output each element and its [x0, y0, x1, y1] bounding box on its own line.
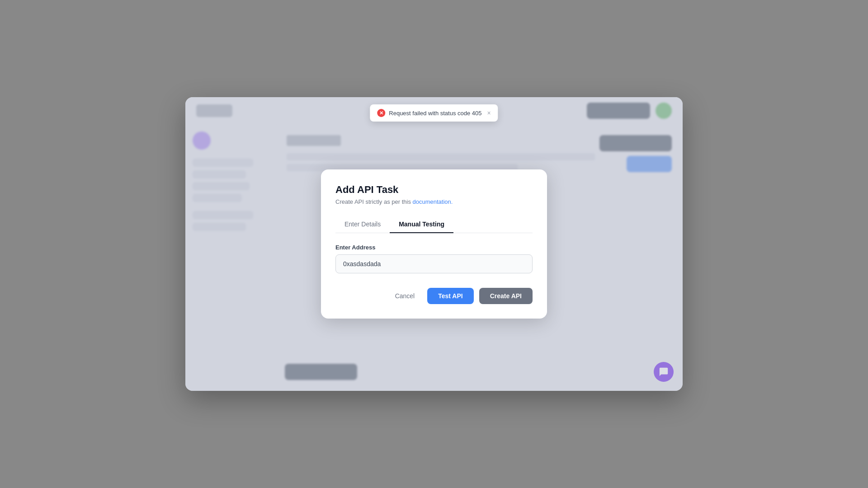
modal-subtitle-text: Create API strictly as per this	[335, 198, 413, 205]
modal-subtitle: Create API strictly as per this document…	[335, 198, 533, 205]
toast-close-button[interactable]: ×	[487, 110, 491, 116]
tab-enter-details[interactable]: Enter Details	[335, 216, 390, 233]
create-api-button[interactable]: Create API	[479, 288, 533, 304]
error-toast: ✕ Request failed with status code 405 ×	[370, 104, 498, 122]
modal-title: Add API Task	[335, 184, 533, 196]
address-input[interactable]	[335, 254, 533, 273]
modal-tabs: Enter Details Manual Testing	[335, 216, 533, 233]
modal-footer: Cancel Test API Create API	[335, 288, 533, 304]
add-api-task-modal: Add API Task Create API strictly as per …	[321, 169, 547, 319]
address-form-group: Enter Address	[335, 244, 533, 273]
toast-message: Request failed with status code 405	[389, 110, 481, 117]
test-api-button[interactable]: Test API	[427, 288, 473, 304]
tab-manual-testing[interactable]: Manual Testing	[390, 216, 453, 233]
modal-backdrop: Add API Task Create API strictly as per …	[185, 97, 683, 391]
app-window: ✕ Request failed with status code 405 × …	[185, 97, 683, 391]
documentation-link[interactable]: documentation.	[413, 198, 453, 205]
address-label: Enter Address	[335, 244, 533, 251]
error-icon: ✕	[377, 109, 385, 117]
cancel-button[interactable]: Cancel	[388, 288, 422, 304]
